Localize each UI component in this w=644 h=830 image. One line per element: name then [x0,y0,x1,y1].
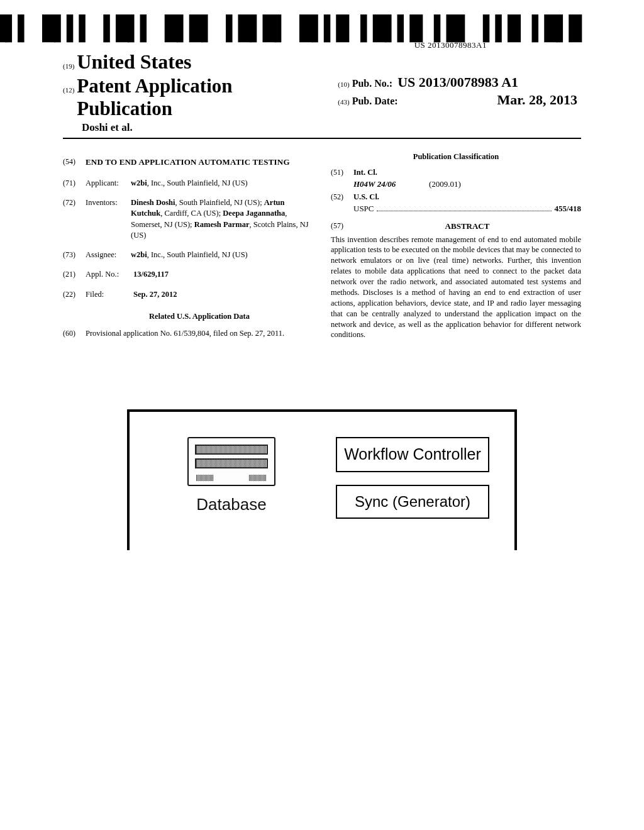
workflow-controller-box: Workflow Controller [336,437,489,472]
code-43: (43) [338,98,349,106]
code-21: (21) [63,269,86,280]
left-column: (54) END TO END APPLICATION AUTOMATIC TE… [63,150,313,340]
provisional-text: Provisional application No. 61/539,804, … [86,328,313,339]
filed-value: Sep. 27, 2012 [133,289,177,300]
uspc-value: 455/418 [554,203,581,214]
pub-date-value: Mar. 28, 2013 [497,92,581,108]
doc-type: Patent Application Publication [77,75,331,120]
sync-generator-box: Sync (Generator) [336,485,489,519]
related-heading: Related U.S. Application Data [86,311,313,322]
inventors-label: Inventors: [86,197,131,241]
pub-no-value: US 2013/0078983 A1 [397,74,518,91]
abstract-heading: ABSTRACT [353,221,581,232]
country-name: United States [77,50,191,74]
code-10: (10) [338,80,349,88]
intcl-label: Int. Cl. [353,167,581,178]
code-52: (52) [331,192,353,214]
bibliographic-body: (54) END TO END APPLICATION AUTOMATIC TE… [63,150,581,340]
database-label: Database [155,495,308,514]
right-column: Publication Classification (51) Int. Cl.… [331,150,581,340]
code-60: (60) [63,328,86,339]
code-22: (22) [63,289,86,300]
assignee-value: w2bi, Inc., South Plainfield, NJ (US) [131,250,248,260]
document-header: (19) United States (12) Patent Applicati… [63,50,581,139]
code-57: (57) [331,221,353,232]
uscl-label: U.S. Cl. [353,192,581,202]
code-54: (54) [63,157,86,168]
pubclass-heading: Publication Classification [331,152,581,162]
intcl-date: (2009.01) [429,179,461,190]
code-72: (72) [63,197,86,241]
inventors-list: Dinesh Doshi, South Plainfield, NJ (US);… [131,197,313,241]
code-73: (73) [63,250,86,260]
database-icon [187,437,275,486]
assignee-label: Assignee: [86,250,131,260]
applicant-value: w2bi, Inc., South Plainfield, NJ (US) [131,178,248,189]
code-71: (71) [63,178,86,189]
applno-value: 13/629,117 [133,269,169,280]
barcode-block: ▌█▌▌█ ▌▌█▌█▌▌ ▌▌ █▌▌█▌ ▌█▌▌ ▌█▌▌ █▌█▌ █▌… [63,18,581,39]
figure-1: Database Workflow Controller Sync (Gener… [127,409,517,550]
code-12: (12) [63,86,74,94]
intcl-code: H04W 24/06 [353,179,429,190]
code-51: (51) [331,167,353,189]
pub-no-label: Pub. No.: [352,78,392,89]
abstract-text: This invention describes remote manageme… [331,235,581,341]
authors-line: Doshi et al. [82,121,331,134]
invention-title: END TO END APPLICATION AUTOMATIC TESTING [86,157,313,168]
code-19: (19) [63,62,74,70]
uspc-label: USPC [353,203,374,214]
dotted-leader [377,211,552,211]
applicant-label: Applicant: [86,178,131,189]
barcode-graphic: ▌█▌▌█ ▌▌█▌█▌▌ ▌▌ █▌▌█▌ ▌█▌▌ ▌█▌▌ █▌█▌ █▌… [0,16,581,40]
pub-date-label: Pub. Date: [352,96,398,107]
filed-label: Filed: [86,289,133,300]
applno-label: Appl. No.: [86,269,133,280]
